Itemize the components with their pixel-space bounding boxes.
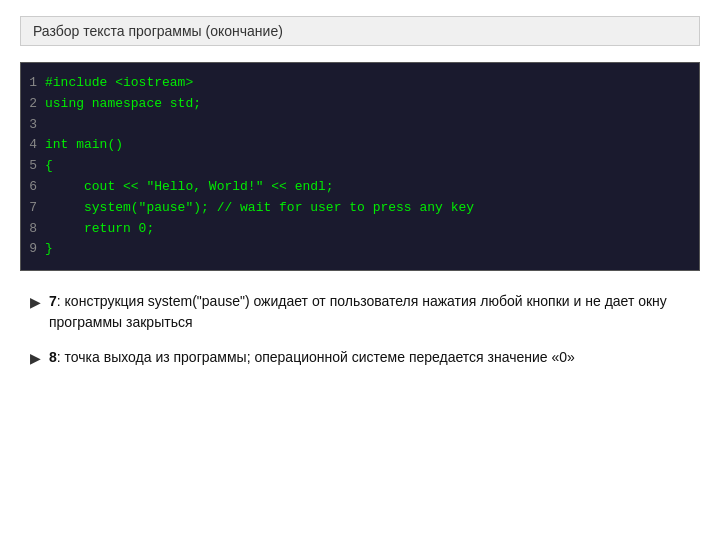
- code-line: 9}: [21, 239, 699, 260]
- bullet-arrow-icon: ▶: [30, 348, 41, 369]
- line-number: 7: [21, 198, 45, 219]
- bullet-text: 8: точка выхода из программы; операционн…: [49, 347, 575, 368]
- line-content: #include <iostream>: [45, 73, 193, 94]
- title-bar: Разбор текста программы (окончание): [20, 16, 700, 46]
- code-line: 7 system("pause"); // wait for user to p…: [21, 198, 699, 219]
- line-number: 2: [21, 94, 45, 115]
- code-line: 1#include <iostream>: [21, 73, 699, 94]
- line-number: 1: [21, 73, 45, 94]
- page: Разбор текста программы (окончание) 1#in…: [0, 0, 720, 540]
- line-number: 8: [21, 219, 45, 240]
- bullet-item: ▶7: конструкция system("pause") ожидает …: [30, 291, 690, 333]
- bullet-list: ▶7: конструкция system("pause") ожидает …: [20, 291, 700, 369]
- line-content: {: [45, 156, 53, 177]
- line-content: system("pause"); // wait for user to pre…: [45, 198, 474, 219]
- line-number: 3: [21, 115, 45, 136]
- bullet-text: 7: конструкция system("pause") ожидает о…: [49, 291, 690, 333]
- code-line: 6 cout << "Hello, World!" << endl;: [21, 177, 699, 198]
- code-line: 3: [21, 115, 699, 136]
- code-block: 1#include <iostream>2using namespace std…: [20, 62, 700, 271]
- line-content: }: [45, 239, 53, 260]
- title-text: Разбор текста программы (окончание): [33, 23, 283, 39]
- bullet-arrow-icon: ▶: [30, 292, 41, 313]
- bullet-item: ▶8: точка выхода из программы; операцион…: [30, 347, 690, 369]
- line-content: return 0;: [45, 219, 154, 240]
- code-line: 4int main(): [21, 135, 699, 156]
- line-number: 9: [21, 239, 45, 260]
- line-content: int main(): [45, 135, 123, 156]
- line-number: 4: [21, 135, 45, 156]
- code-line: 8 return 0;: [21, 219, 699, 240]
- code-line: 5{: [21, 156, 699, 177]
- line-content: cout << "Hello, World!" << endl;: [45, 177, 334, 198]
- line-number: 6: [21, 177, 45, 198]
- line-content: using namespace std;: [45, 94, 201, 115]
- code-line: 2using namespace std;: [21, 94, 699, 115]
- line-number: 5: [21, 156, 45, 177]
